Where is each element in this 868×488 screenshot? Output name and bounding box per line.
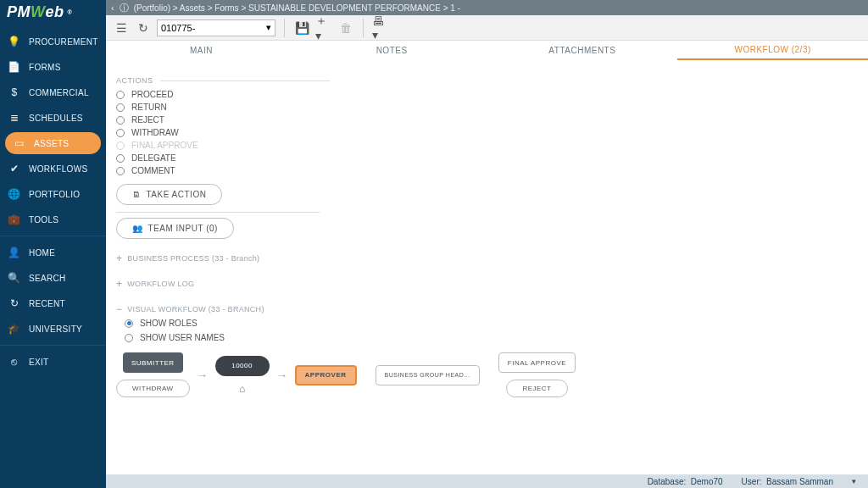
actions-list: PROCEEDRETURNREJECTWITHDRAWFINAL APPROVE… [116, 90, 858, 175]
radio-icon [116, 103, 125, 112]
radio-icon [125, 334, 133, 342]
arrow-icon: → [197, 369, 209, 382]
sidebar-item-label: ASSETS [34, 139, 69, 148]
sidebar-item-portfolio[interactable]: 🌐PORTFOLIO [0, 181, 106, 207]
save-small-icon: 🗎 [132, 190, 142, 199]
brand-reg: ® [68, 9, 73, 15]
print-icon[interactable]: 🖶▾ [372, 19, 389, 36]
radio-show-user-names[interactable]: SHOW USER NAMES [125, 333, 858, 342]
tree-icon[interactable]: ⌂ [239, 383, 245, 395]
action-withdraw[interactable]: WITHDRAW [116, 128, 858, 137]
sidebar-item-label: SCHEDULES [29, 114, 83, 123]
sidebar-item-forms[interactable]: 📄FORMS [0, 54, 106, 80]
sidebar-item-commercial[interactable]: $COMMERCIAL [0, 80, 106, 105]
history-icon[interactable]: ↻ [135, 19, 152, 36]
arrow-icon: → [276, 369, 288, 382]
add-icon[interactable]: ＋▾ [315, 19, 332, 36]
sidebar-item-university[interactable]: 🎓UNIVERSITY [0, 316, 106, 341]
actions-header: ACTIONS [116, 76, 858, 85]
radio-icon [116, 116, 125, 125]
search-icon: 🔍 [8, 272, 20, 284]
node-step[interactable]: 10000 [215, 356, 270, 376]
action-label: WITHDRAW [131, 128, 179, 137]
action-reject[interactable]: REJECT [116, 115, 858, 125]
action-delegate[interactable]: DELEGATE [116, 153, 858, 163]
action-label: COMMENT [131, 166, 175, 175]
team-input-button[interactable]: 👥 TEAM INPUT (0) [116, 218, 234, 239]
list-icon[interactable]: ☰ [113, 19, 130, 36]
record-selector[interactable]: 010775- ▾ [157, 19, 275, 36]
sidebar-item-label: FORMS [29, 63, 61, 72]
sidebar-item-procurement[interactable]: 💡PROCUREMENT [0, 29, 106, 54]
workflows-icon: ✔ [8, 163, 20, 175]
sidebar-item-recent[interactable]: ↻RECENT [0, 291, 106, 316]
user-field: User: Bassam Samman [742, 477, 833, 486]
record-value: 010775- [161, 23, 195, 33]
radio-icon [116, 129, 125, 137]
brand-p1: PM [7, 3, 31, 21]
sidebar-item-workflows[interactable]: ✔WORKFLOWS [0, 156, 106, 181]
forms-icon: 📄 [8, 61, 20, 73]
action-proceed[interactable]: PROCEED [116, 90, 858, 99]
sidebar-item-label: SEARCH [29, 274, 65, 283]
delete-icon[interactable]: 🗑 [337, 19, 354, 36]
sidebar-item-search[interactable]: 🔍SEARCH [0, 265, 106, 291]
commercial-icon: $ [8, 86, 20, 98]
take-action-label: TAKE ACTION [147, 190, 207, 199]
take-action-button[interactable]: 🗎 TAKE ACTION [116, 184, 222, 205]
footer-caret-icon[interactable]: ▾ [852, 477, 856, 485]
workflow-content: ACTIONS PROCEEDRETURNREJECTWITHDRAWFINAL… [106, 61, 868, 488]
node-reject[interactable]: REJECT [506, 380, 567, 397]
tab-attachments[interactable]: ATTACHMENTS [487, 41, 678, 60]
save-icon[interactable]: 💾 [293, 19, 310, 36]
assets-icon: ▭ [14, 137, 25, 149]
sidebar-item-schedules[interactable]: ≣SCHEDULES [0, 105, 106, 130]
actions-header-label: ACTIONS [116, 76, 153, 85]
sidebar: PMWeb® 💡PROCUREMENT📄FORMS$COMMERCIAL≣SCH… [0, 0, 106, 488]
action-return[interactable]: RETURN [116, 103, 858, 112]
toolbar: ☰ ↻ 010775- ▾ 💾 ＋▾ 🗑 🖶▾ [106, 15, 868, 41]
schedules-icon: ≣ [8, 112, 20, 124]
radio-show-roles[interactable]: SHOW ROLES [125, 319, 858, 328]
sidebar-item-label: HOME [29, 248, 55, 258]
sidebar-item-label: UNIVERSITY [29, 324, 82, 334]
collapse-workflow-log[interactable]: + WORKFLOW LOG [116, 278, 858, 290]
tab-main[interactable]: MAIN [106, 41, 297, 60]
sidebar-item-label: EXIT [29, 358, 48, 367]
brand-logo: PMWeb® [0, 0, 106, 24]
radio-icon [125, 319, 133, 328]
breadcrumb: ‹ ⓘ (Portfolio) > Assets > Forms > SUSTA… [106, 0, 868, 15]
sidebar-item-tools[interactable]: 💼TOOLS [0, 207, 106, 232]
tab-workflow[interactable]: WORKFLOW (2/3) [677, 41, 868, 60]
sidebar-item-assets[interactable]: ▭ASSETS [5, 132, 101, 154]
vw-label: VISUAL WORKFLOW (33 - BRANCH) [127, 305, 264, 313]
action-final-approve: FINAL APPROVE [116, 141, 858, 150]
node-business-group-head[interactable]: BUSINESS GROUP HEAD… [376, 365, 480, 385]
sidebar-item-label: PROCUREMENT [29, 37, 98, 47]
minus-icon: − [116, 303, 122, 315]
sidebar-item-home[interactable]: 👤HOME [0, 240, 106, 265]
info-icon[interactable]: ⓘ [120, 2, 129, 14]
node-submitter[interactable]: SUBMITTER [123, 352, 183, 373]
portfolio-icon: 🌐 [8, 188, 20, 200]
action-comment[interactable]: COMMENT [116, 166, 858, 175]
back-icon[interactable]: ‹ [111, 3, 114, 13]
main-area: ‹ ⓘ (Portfolio) > Assets > Forms > SUSTA… [106, 0, 868, 488]
node-final-approve[interactable]: FINAL APPROVE [498, 352, 576, 373]
brand-p2: W [31, 3, 46, 21]
tab-notes[interactable]: NOTES [297, 41, 487, 60]
show-roles-label: SHOW ROLES [140, 319, 198, 328]
collapse-visual-workflow[interactable]: − VISUAL WORKFLOW (33 - BRANCH) [116, 303, 858, 315]
collapse-business-process[interactable]: + BUSINESS PROCESS (33 - Branch) [116, 252, 858, 264]
sidebar-item-exit[interactable]: ⎋EXIT [0, 349, 106, 374]
action-label: FINAL APPROVE [131, 141, 198, 150]
workflow-diagram: SUBMITTER WITHDRAW → 10000 ⌂ → APPROVER … [116, 352, 858, 397]
radio-icon [116, 154, 125, 163]
node-withdraw[interactable]: WITHDRAW [116, 380, 190, 397]
recent-icon: ↻ [8, 297, 20, 309]
node-approver[interactable]: APPROVER [295, 365, 357, 385]
db-field: Database: Demo70 [648, 477, 723, 486]
sidebar-item-label: WORKFLOWS [29, 164, 87, 174]
action-label: RETURN [131, 103, 167, 112]
action-label: REJECT [131, 115, 164, 125]
